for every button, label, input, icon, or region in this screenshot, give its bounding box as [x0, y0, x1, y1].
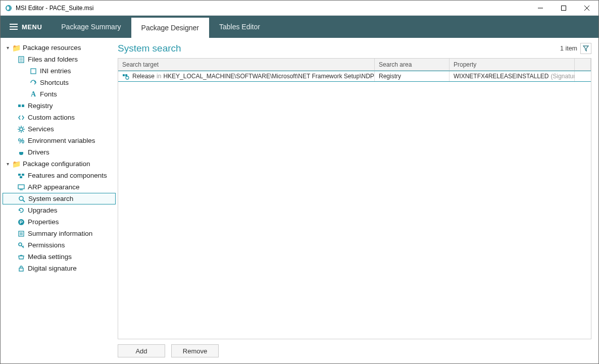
caret-down-icon: ▾	[5, 45, 11, 50]
media-icon	[17, 253, 26, 261]
page-title: System search	[118, 43, 181, 54]
ini-icon	[29, 68, 38, 75]
filter-button[interactable]	[580, 43, 591, 54]
grid-header: Search target Search area Property	[118, 59, 591, 71]
svg-rect-24	[18, 174, 21, 176]
tree-item-environment-variables[interactable]: % Environment variables	[3, 135, 116, 146]
tree-item-media-settings[interactable]: Media settings	[3, 251, 116, 263]
search-icon	[17, 195, 26, 202]
menu-button[interactable]: MENU	[1, 16, 51, 38]
info-icon	[17, 230, 26, 237]
menu-label: MENU	[22, 23, 42, 31]
refresh-icon	[17, 207, 26, 214]
svg-point-15	[20, 128, 23, 131]
grid-body[interactable]: Release in HKEY_LOCAL_MACHINE\SOFTWARE\M…	[118, 71, 591, 339]
titlebar: MSI Editor - PACE_Suite.msi	[1, 1, 598, 16]
minimize-button[interactable]	[529, 1, 552, 16]
key-icon	[17, 242, 26, 249]
lock-icon	[17, 265, 26, 272]
hamburger-icon	[10, 24, 18, 30]
svg-point-43	[126, 76, 129, 79]
svg-rect-27	[18, 185, 24, 189]
cell-extra	[575, 71, 591, 81]
tree-item-features-and-components[interactable]: Features and components	[3, 170, 116, 181]
search-grid: Search target Search area Property Relea…	[118, 58, 591, 339]
svg-line-21	[23, 131, 24, 132]
window-title: MSI Editor - PACE_Suite.msi	[16, 5, 94, 12]
tree-item-upgrades[interactable]: Upgrades	[3, 204, 116, 216]
code-icon	[17, 114, 26, 121]
body: ▾ 📁 Package resources Files and folders …	[1, 38, 598, 363]
properties-icon: P	[17, 219, 26, 226]
document-icon	[17, 56, 26, 63]
svg-rect-13	[18, 105, 21, 107]
plug-icon	[17, 149, 26, 156]
window-controls	[529, 1, 598, 16]
svg-point-29	[19, 196, 23, 200]
app-icon	[5, 4, 13, 12]
tree-item-fonts[interactable]: A Fonts	[3, 88, 116, 100]
svg-line-23	[19, 131, 20, 132]
percent-icon: %	[17, 137, 26, 145]
filter-icon	[583, 45, 589, 51]
cell-search-area: Registry	[375, 71, 450, 81]
menubar: MENU Package Summary Package Designer Ta…	[1, 16, 598, 38]
item-count: 1 item	[560, 45, 577, 52]
svg-rect-14	[22, 105, 24, 107]
tree-item-shortcuts[interactable]: Shortcuts	[3, 77, 116, 88]
svg-line-22	[23, 127, 24, 128]
tree-item-registry[interactable]: Registry	[3, 100, 116, 112]
tree-item-arp-appearance[interactable]: ARP appearance	[3, 181, 116, 193]
tree-item-custom-actions[interactable]: Custom actions	[3, 112, 116, 123]
tree-item-digital-signature[interactable]: Digital signature	[3, 263, 116, 274]
tab-tables-editor[interactable]: Tables Editor	[209, 16, 270, 38]
footer-actions: Add Remove	[118, 339, 591, 357]
svg-line-30	[23, 200, 25, 202]
svg-text:P: P	[20, 220, 23, 225]
caret-down-icon: ▾	[5, 161, 11, 167]
tree-item-summary-information[interactable]: Summary information	[3, 228, 116, 239]
tree-group-package-resources[interactable]: ▾ 📁 Package resources	[3, 42, 116, 54]
tree-item-permissions[interactable]: Permissions	[3, 239, 116, 251]
main-tabs: Package Summary Package Designer Tables …	[51, 16, 270, 38]
cell-search-target: Release in HKEY_LOCAL_MACHINE\SOFTWARE\M…	[118, 71, 375, 81]
components-icon	[17, 172, 26, 179]
maximize-button[interactable]	[552, 1, 575, 16]
main-content: System search 1 item Search target Searc…	[118, 38, 598, 363]
svg-rect-26	[20, 176, 22, 178]
monitor-icon	[17, 184, 26, 191]
grid-row[interactable]: Release in HKEY_LOCAL_MACHINE\SOFTWARE\M…	[118, 71, 591, 82]
svg-line-20	[19, 127, 20, 128]
column-header-property[interactable]: Property	[450, 59, 575, 70]
registry-search-icon	[122, 73, 130, 80]
tree-item-files-and-folders[interactable]: Files and folders	[3, 54, 116, 65]
column-header-search-area[interactable]: Search area	[375, 59, 450, 70]
content-header: System search 1 item	[118, 41, 591, 56]
registry-icon	[17, 102, 26, 110]
tree-item-properties[interactable]: P Properties	[3, 216, 116, 228]
column-header-search-target[interactable]: Search target	[118, 59, 375, 70]
svg-rect-12	[31, 69, 36, 74]
gear-icon	[17, 126, 26, 133]
tree-item-services[interactable]: Services	[3, 123, 116, 135]
tree-group-package-configuration[interactable]: ▾ 📁 Package configuration	[3, 158, 116, 170]
svg-rect-2	[562, 6, 566, 10]
cell-property: WIXNETFX4RELEASEINSTALLED (Signature: Ne…	[450, 71, 575, 81]
column-header-extra[interactable]	[575, 59, 591, 70]
app-window: MSI Editor - PACE_Suite.msi MENU Package…	[0, 0, 599, 364]
svg-rect-40	[19, 268, 23, 271]
svg-rect-25	[22, 174, 24, 176]
tree-item-system-search[interactable]: System search	[3, 193, 116, 204]
remove-button[interactable]: Remove	[171, 344, 219, 357]
add-button[interactable]: Add	[118, 344, 165, 357]
folder-icon: 📁	[12, 44, 21, 52]
folder-icon: 📁	[12, 160, 21, 168]
tree-item-ini-entries[interactable]: INI entries	[3, 65, 116, 77]
tab-package-designer[interactable]: Package Designer	[131, 18, 209, 38]
close-button[interactable]	[575, 1, 598, 16]
svg-line-39	[23, 246, 24, 247]
tab-package-summary[interactable]: Package Summary	[51, 16, 131, 38]
sidebar-tree[interactable]: ▾ 📁 Package resources Files and folders …	[1, 38, 118, 363]
tree-item-drivers[interactable]: Drivers	[3, 146, 116, 158]
font-icon: A	[29, 90, 38, 98]
